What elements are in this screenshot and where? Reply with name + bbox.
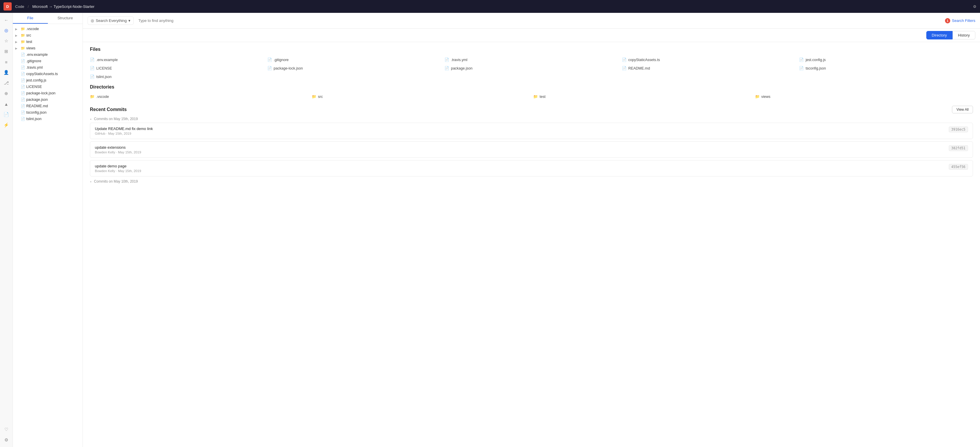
nav-star-icon[interactable]: ☆	[2, 36, 11, 46]
sidebar-tree-item[interactable]: 📄copyStaticAssets.ts	[13, 71, 83, 77]
file-icon: 📄	[21, 91, 25, 95]
search-filters-button[interactable]: 1 Search Filters	[945, 18, 975, 23]
file-name: .travis.yml	[451, 58, 467, 62]
commit-hash[interactable]: 455ef56	[949, 164, 968, 170]
dir-name: src	[318, 95, 323, 99]
commit-item[interactable]: update extensions Bowden Kelly · May 15t…	[90, 141, 973, 158]
tree-item-name: test	[26, 40, 32, 44]
commit-meta: Bowden Kelly · May 15th, 2019	[95, 150, 141, 154]
file-icon: 📄	[21, 110, 25, 115]
folder-icon: 📁	[21, 33, 25, 37]
file-entry[interactable]: 📄README.md	[622, 65, 796, 71]
file-icon: 📄	[21, 104, 25, 108]
directory-view-button[interactable]: Directory	[926, 31, 953, 40]
file-icon: 📄	[90, 75, 95, 79]
file-name: tsconfig.json	[805, 66, 826, 70]
file-icon: 📄	[444, 66, 449, 70]
view-all-button[interactable]: View All	[952, 106, 973, 113]
sidebar-tree-item[interactable]: 📄LICENSE	[13, 83, 83, 90]
file-name: copyStaticAssets.ts	[628, 58, 660, 62]
sidebar-tree-item[interactable]: 📄jest.config.js	[13, 77, 83, 83]
commits-container: Commits on May 15th, 2019 Update README.…	[90, 117, 973, 184]
search-dropdown[interactable]: ◎ Search Everything ▾	[88, 16, 134, 25]
folder-icon: 📁	[533, 94, 538, 99]
sidebar-tree-item[interactable]: 📄package.json	[13, 96, 83, 103]
search-input[interactable]	[136, 17, 943, 24]
tree-item-name: package-lock.json	[26, 91, 56, 95]
nav-list-icon[interactable]: ≡	[2, 57, 11, 67]
sidebar-tree-item[interactable]: ▶📁views	[13, 45, 83, 51]
nav-branch-icon[interactable]: ⎇	[2, 78, 11, 88]
file-entry[interactable]: 📄.travis.yml	[444, 57, 619, 63]
topbar-settings-icon[interactable]: ⚙	[973, 5, 977, 9]
file-entry[interactable]: 📄.gitignore	[267, 57, 441, 63]
files-section: Files 📄.env.example📄.gitignore📄.travis.y…	[83, 42, 980, 85]
file-icon: 📄	[21, 85, 25, 89]
sidebar-tree-item[interactable]: ▶📁.vscode	[13, 26, 83, 32]
nav-deploy-icon[interactable]: ▲	[2, 99, 11, 109]
file-name: tslint.json	[96, 75, 111, 79]
file-icon: 📄	[444, 57, 449, 62]
dir-entry[interactable]: 📁.vscode	[90, 94, 308, 99]
file-entry[interactable]: 📄package.json	[444, 65, 619, 71]
sidebar-tree-item[interactable]: 📄tslint.json	[13, 116, 83, 122]
file-entry[interactable]: 📄copyStaticAssets.ts	[622, 57, 796, 63]
nav-heart-icon[interactable]: ♡	[2, 425, 11, 434]
sidebar-tree-item[interactable]: 📄.travis.yml	[13, 64, 83, 71]
commits-header: Recent Commits View All	[90, 106, 973, 113]
file-name: .gitignore	[274, 58, 289, 62]
file-entry[interactable]: 📄.env.example	[90, 57, 264, 63]
sidebar-tree-item[interactable]: 📄README.md	[13, 103, 83, 109]
topbar-code-label[interactable]: Code	[15, 5, 24, 9]
nav-docs-icon[interactable]: 📄	[2, 110, 11, 119]
file-entry[interactable]: 📄tsconfig.json	[799, 65, 973, 71]
commit-item[interactable]: update demo page Bowden Kelly · May 15th…	[90, 160, 973, 176]
nav-settings-icon[interactable]: ⚙	[2, 435, 11, 445]
tab-file[interactable]: File	[13, 13, 48, 24]
chevron-right-icon: ▶	[15, 27, 19, 31]
nav-package-icon[interactable]: ⊕	[2, 89, 11, 98]
file-entry[interactable]: 📄tslint.json	[90, 73, 264, 80]
folder-icon: 📁	[312, 94, 317, 99]
filter-count-badge: 1	[945, 18, 950, 23]
nav-lightning-icon[interactable]: ⚡	[2, 120, 11, 130]
commits-date-label: Commits on May 15th, 2019	[90, 117, 973, 121]
nav-users-icon[interactable]: 👤	[2, 68, 11, 77]
sidebar-tree-item[interactable]: 📄tsconfig.json	[13, 109, 83, 116]
topbar-separator: /	[28, 5, 29, 9]
icon-nav: ← ◎ ☆ ⊞ ≡ 👤 ⎇ ⊕ ▲ 📄 ⚡ ♡ ⚙	[0, 13, 13, 447]
search-everything-icon: ◎	[91, 18, 94, 23]
folder-icon: 📁	[21, 40, 25, 44]
commit-message: update demo page	[95, 164, 141, 168]
nav-code-icon[interactable]: ◎	[2, 26, 11, 35]
tree-item-name: package.json	[26, 97, 48, 102]
folder-icon: 📁	[21, 27, 25, 31]
tree-item-name: .travis.yml	[26, 65, 43, 70]
sidebar-tree-item[interactable]: 📄.env.example	[13, 51, 83, 58]
commits-date-label: Commits on May 10th, 2019	[90, 179, 973, 184]
sidebar-tree-item[interactable]: ▶📁src	[13, 32, 83, 38]
chevron-right-icon: ▶	[15, 47, 19, 50]
sidebar-tree: ▶📁.vscode▶📁src▶📁test▶📁views📄.env.example…	[13, 24, 83, 124]
dir-name: .vscode	[96, 95, 109, 99]
commit-hash[interactable]: 3916ec5	[949, 126, 968, 133]
dir-entry[interactable]: 📁test	[533, 94, 751, 99]
dir-entry[interactable]: 📁src	[312, 94, 530, 99]
file-entry[interactable]: 📄package-lock.json	[267, 65, 441, 71]
sidebar-tree-item[interactable]: ▶📁test	[13, 38, 83, 45]
tab-structure[interactable]: Structure	[48, 13, 83, 24]
history-view-button[interactable]: History	[953, 31, 975, 40]
sidebar-tree-item[interactable]: 📄.gitignore	[13, 58, 83, 64]
commit-item[interactable]: Update README.md fix demo link GitHub · …	[90, 123, 973, 139]
dir-entry[interactable]: 📁views	[755, 94, 973, 99]
sidebar-tree-item[interactable]: 📄package-lock.json	[13, 90, 83, 96]
commit-hash[interactable]: 382fd51	[949, 145, 968, 151]
app-logo[interactable]: D	[3, 2, 12, 11]
view-toggle: Directory History	[83, 29, 980, 42]
topbar-path: Microsoft → TypeScript-Node-Starter	[32, 5, 95, 9]
nav-grid-icon[interactable]: ⊞	[2, 47, 11, 56]
file-icon: 📄	[21, 72, 25, 76]
file-entry[interactable]: 📄LICENSE	[90, 65, 264, 71]
nav-back-icon[interactable]: ←	[2, 15, 11, 24]
file-entry[interactable]: 📄jest.config.js	[799, 57, 973, 63]
